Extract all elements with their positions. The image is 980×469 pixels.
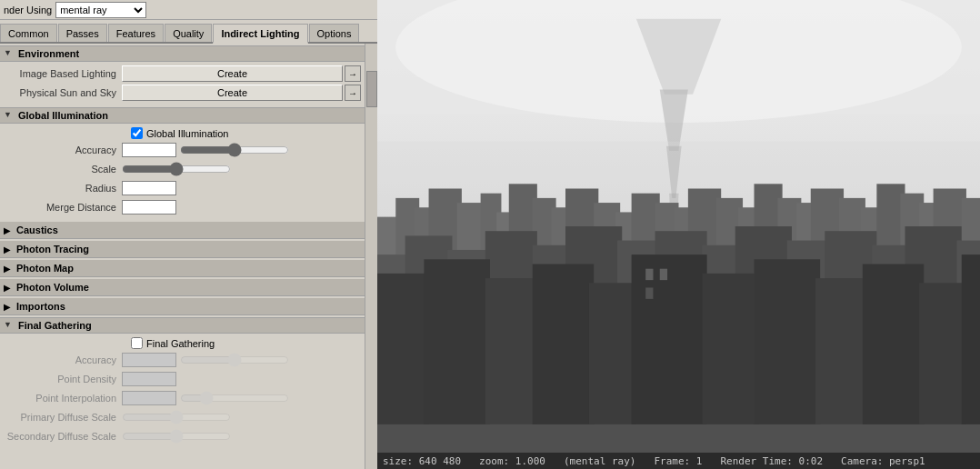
tabs-bar: Common Passes Features Quality Indirect … xyxy=(0,20,377,44)
final-gathering-checkbox[interactable] xyxy=(131,337,143,349)
environment-title: Environment xyxy=(18,48,79,59)
svg-rect-67 xyxy=(645,269,653,280)
tab-common[interactable]: Common xyxy=(0,24,57,42)
status-bar: size: 640 480 zoom: 1.000 (mental ray) F… xyxy=(377,453,980,469)
status-render-time: Render Time: 0:02 xyxy=(720,455,823,467)
svg-rect-56 xyxy=(424,259,490,424)
render-using-bar: nder Using mental ray xyxy=(0,0,377,20)
scale-slider[interactable] xyxy=(122,163,231,175)
final-gathering-section-header[interactable]: ▼ Final Gathering xyxy=(0,317,365,334)
image-based-lighting-icon[interactable]: → xyxy=(345,65,361,82)
status-zoom: zoom: 1.000 xyxy=(479,455,545,467)
caustics-title: Caustics xyxy=(16,225,58,235)
fg-primary-diffuse-label: Primary Diffuse Scale xyxy=(4,412,122,423)
fg-accuracy-row: Accuracy 100 xyxy=(4,352,361,368)
svg-rect-66 xyxy=(962,254,980,424)
physical-sun-sky-row: Physical Sun and Sky Create → xyxy=(4,85,361,101)
merge-distance-input[interactable]: 0.000 xyxy=(122,200,176,215)
final-gathering-title: Final Gathering xyxy=(18,320,92,331)
photon-map-title: Photon Map xyxy=(16,263,74,274)
image-based-lighting-btn[interactable]: Create xyxy=(122,65,343,82)
fg-secondary-diffuse-row: Secondary Diffuse Scale xyxy=(4,428,361,444)
svg-rect-63 xyxy=(815,278,867,424)
tab-passes[interactable]: Passes xyxy=(58,24,107,42)
radius-label: Radius xyxy=(4,183,122,194)
svg-rect-65 xyxy=(919,283,966,424)
accuracy-input[interactable]: 100 xyxy=(122,143,176,157)
tab-quality[interactable]: Quality xyxy=(165,24,212,42)
panel-content: ▼ Environment Image Based Lighting Creat… xyxy=(0,44,365,469)
tab-options[interactable]: Options xyxy=(309,24,360,42)
photon-map-arrow: ▶ xyxy=(4,264,13,274)
svg-rect-61 xyxy=(702,274,758,424)
status-renderer: (mental ray) xyxy=(564,455,635,467)
status-camera: Camera: persp1 xyxy=(841,455,925,467)
global-illumination-checkbox[interactable] xyxy=(131,127,143,139)
caustics-section-header[interactable]: ▶ Caustics xyxy=(0,222,365,239)
global-illumination-checkbox-row: Global Illumination xyxy=(4,127,361,139)
fg-secondary-diffuse-slider xyxy=(122,430,231,443)
fg-point-interpolation-row: Point Interpolation 10 xyxy=(4,390,361,406)
status-size: size: 640 480 xyxy=(383,455,461,467)
photon-volume-arrow: ▶ xyxy=(4,283,13,293)
fg-point-density-label: Point Density xyxy=(4,374,122,384)
radius-row: Radius 0.000 xyxy=(4,180,361,196)
importons-title: Importons xyxy=(16,301,65,312)
tab-features[interactable]: Features xyxy=(108,24,164,42)
environment-section-header[interactable]: ▼ Environment xyxy=(0,45,365,62)
final-gathering-checkbox-row: Final Gathering xyxy=(4,337,361,349)
accuracy-slider[interactable] xyxy=(180,144,289,156)
final-gathering-arrow: ▼ xyxy=(4,320,15,331)
scale-row: Scale xyxy=(4,161,361,177)
radius-input[interactable]: 0.000 xyxy=(122,181,176,195)
svg-rect-58 xyxy=(533,264,594,424)
panel-scrollbar[interactable] xyxy=(365,44,377,469)
global-illumination-content: Global Illumination Accuracy 100 Scale R… xyxy=(0,125,365,222)
fg-accuracy-slider xyxy=(180,354,289,366)
render-viewport xyxy=(377,0,980,453)
svg-rect-68 xyxy=(660,269,667,280)
merge-distance-row: Merge Distance 0.000 xyxy=(4,199,361,215)
status-frame: Frame: 1 xyxy=(654,455,702,467)
global-illumination-checkbox-label: Global Illumination xyxy=(146,128,229,139)
svg-rect-57 xyxy=(485,278,537,424)
svg-rect-55 xyxy=(377,274,429,424)
photon-map-section-header[interactable]: ▶ Photon Map xyxy=(0,260,365,277)
render-using-label: nder Using xyxy=(4,5,52,15)
physical-sun-sky-label: Physical Sun and Sky xyxy=(4,87,122,98)
fg-accuracy-label: Accuracy xyxy=(4,354,122,365)
scroll-thumb[interactable] xyxy=(366,71,377,107)
right-panel: size: 640 480 zoom: 1.000 (mental ray) F… xyxy=(377,0,980,469)
importons-section-header[interactable]: ▶ Importons xyxy=(0,298,365,315)
environment-content: Image Based Lighting Create → Physical S… xyxy=(0,64,365,107)
image-based-lighting-row: Image Based Lighting Create → xyxy=(4,65,361,82)
svg-rect-69 xyxy=(645,287,653,298)
render-using-select[interactable]: mental ray xyxy=(55,2,146,18)
final-gathering-content: Final Gathering Accuracy 100 Point Densi… xyxy=(0,335,365,451)
physical-sun-sky-icon[interactable]: → xyxy=(345,85,361,101)
photon-volume-section-header[interactable]: ▶ Photon Volume xyxy=(0,279,365,296)
global-illumination-arrow: ▼ xyxy=(4,110,15,121)
fg-point-interpolation-slider xyxy=(180,392,289,404)
photon-tracing-section-header[interactable]: ▶ Photon Tracing xyxy=(0,241,365,258)
image-based-lighting-label: Image Based Lighting xyxy=(4,68,122,79)
tab-indirect-lighting[interactable]: Indirect Lighting xyxy=(213,24,307,44)
final-gathering-checkbox-label: Final Gathering xyxy=(146,338,215,349)
photon-volume-title: Photon Volume xyxy=(16,282,89,293)
environment-arrow: ▼ xyxy=(4,48,15,59)
fg-primary-diffuse-slider xyxy=(122,411,231,424)
fg-secondary-diffuse-label: Secondary Diffuse Scale xyxy=(4,431,122,442)
accuracy-row: Accuracy 100 xyxy=(4,142,361,158)
fg-point-interpolation-input: 10 xyxy=(122,391,176,405)
svg-rect-62 xyxy=(755,259,821,424)
render-image xyxy=(377,0,980,453)
merge-distance-label: Merge Distance xyxy=(4,202,122,213)
svg-rect-60 xyxy=(632,254,707,424)
photon-tracing-title: Photon Tracing xyxy=(16,244,89,254)
global-illumination-section-header[interactable]: ▼ Global Illumination xyxy=(0,107,365,124)
svg-rect-59 xyxy=(589,283,636,424)
physical-sun-sky-btn[interactable]: Create xyxy=(122,85,343,101)
svg-rect-64 xyxy=(863,264,924,424)
fg-point-density-input: 0.100 xyxy=(122,372,176,386)
caustics-arrow: ▶ xyxy=(4,225,13,235)
